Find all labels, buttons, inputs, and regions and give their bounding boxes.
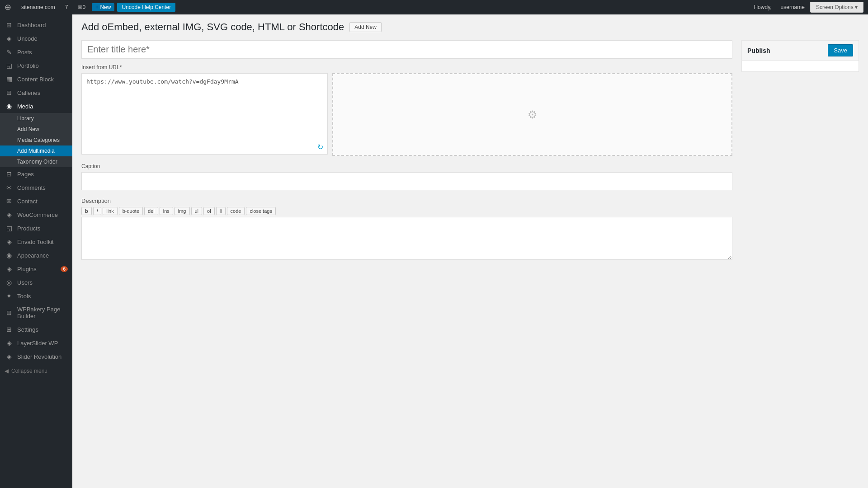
submenu-label-add-new: Add New [17,126,39,132]
collapse-label: Collapse menu [11,368,47,374]
editor-btn-li[interactable]: li [216,207,226,215]
woocommerce-icon: ◈ [5,211,14,218]
sidebar-item-products[interactable]: ◱ Products [0,221,72,235]
content-main: Insert from URL* ↻ ⚙ Caption [81,40,732,261]
envato-icon: ◈ [5,238,14,245]
publish-box-title: Publish [747,47,770,54]
submenu-item-taxonomy-order[interactable]: Taxonomy Order [0,156,72,167]
adminbar-username[interactable]: username [777,0,808,14]
sidebar-label-appearance: Appearance [17,252,68,259]
sidebar-label-users: Users [17,279,68,286]
sidebar-item-pages[interactable]: ⊟ Pages [0,167,72,181]
sidebar-label-dashboard: Dashboard [17,22,68,28]
adminbar-comments[interactable]: ✉ 0 [74,0,89,14]
sidebar-label-pages: Pages [17,171,68,178]
adminbar-site[interactable]: sitename.com [18,0,59,14]
media-icon: ◉ [5,103,14,110]
caption-input[interactable] [81,172,732,190]
content-wrap: ⊞ Dashboard ◈ Uncode ✎ Posts ◱ Portfolio… [0,14,868,488]
sidebar-item-envato[interactable]: ◈ Envato Toolkit [0,235,72,249]
sidebar-item-tools[interactable]: ✦ Tools [0,289,72,303]
add-new-button[interactable]: Add New [349,22,382,32]
sidebar-item-appearance[interactable]: ◉ Appearance [0,249,72,262]
adminbar-updates[interactable]: 7 [61,0,72,14]
editor-btn-i[interactable]: i [93,207,101,215]
page-header: Add oEmbed, external IMG, SVG code, HTML… [81,21,859,33]
portfolio-icon: ◱ [5,62,14,69]
collapse-icon: ◀ [5,368,9,374]
sidebar-item-plugins[interactable]: ◈ Plugins 6 [0,262,72,276]
admin-bar: ⊕ sitename.com 7 ✉ 0 + New Uncode Help C… [0,0,868,14]
main-content: Add oEmbed, external IMG, SVG code, HTML… [72,14,868,488]
uncode-icon: ◈ [5,35,14,42]
content-sidebar: Publish Save [741,40,859,261]
updates-count: 7 [65,4,68,10]
title-input[interactable] [81,40,732,59]
adminbar-new-button[interactable]: + New [92,3,114,11]
sidebar-item-posts[interactable]: ✎ Posts [0,45,72,59]
sidebar-item-settings[interactable]: ⊞ Settings [0,323,72,336]
appearance-icon: ◉ [5,252,14,259]
submenu-item-media-categories[interactable]: Media Categories [0,135,72,145]
submenu-item-library[interactable]: Library [0,113,72,124]
sidebar-item-content-block[interactable]: ▦ Content Block [0,72,72,86]
sidebar-item-uncode[interactable]: ◈ Uncode [0,32,72,45]
url-preview-area: ⚙ [332,73,732,156]
slider-revolution-icon: ◈ [5,353,14,360]
caption-section: Caption [81,163,732,190]
sidebar-item-galleries[interactable]: ⊞ Galleries [0,86,72,99]
submenu-item-add-new[interactable]: Add New [0,124,72,135]
sidebar-label-contact: Contact [17,198,68,205]
submenu-item-add-multimedia[interactable]: Add Multimedia [0,145,72,156]
wp-logo-icon[interactable]: ⊕ [5,2,11,12]
sidebar-label-layerslider: LayerSlider WP [17,340,68,347]
plugins-icon: ◈ [5,265,14,272]
url-textarea-wrap: ↻ [81,73,328,156]
sidebar-item-layerslider[interactable]: ◈ LayerSlider WP [0,336,72,350]
adminbar-howdy: Howdy, [750,0,775,14]
sidebar-item-media[interactable]: ◉ Media [0,99,72,113]
comments-count: 0 [82,4,85,10]
contact-icon: ✉ [5,197,14,205]
galleries-icon: ⊞ [5,89,14,96]
save-button[interactable]: Save [828,44,853,56]
sidebar-item-wpbakery[interactable]: ⊞ WPBakery Page Builder [0,303,72,323]
sidebar-item-woocommerce[interactable]: ◈ WooCommerce [0,208,72,221]
submenu-label-media-categories: Media Categories [17,137,60,143]
editor-btn-img[interactable]: img [175,207,190,215]
description-section: Description b i link b-quote del ins img… [81,197,732,261]
sidebar-label-settings: Settings [17,326,68,333]
editor-btn-bquote[interactable]: b-quote [119,207,143,215]
url-preview-row: ↻ ⚙ [81,73,732,156]
editor-btn-code[interactable]: code [227,207,245,215]
publish-box: Publish Save [741,40,859,72]
insert-url-label: Insert from URL* [81,64,732,70]
collapse-menu-item[interactable]: ◀ Collapse menu [0,363,72,379]
sidebar-item-dashboard[interactable]: ⊞ Dashboard [0,18,72,32]
content-layout: Insert from URL* ↻ ⚙ Caption [81,40,859,261]
sidebar-item-contact[interactable]: ✉ Contact [0,194,72,208]
editor-btn-del[interactable]: del [144,207,158,215]
description-label: Description [81,197,732,204]
description-textarea[interactable] [81,217,732,260]
editor-btn-ul[interactable]: ul [191,207,203,215]
editor-btn-ins[interactable]: ins [160,207,173,215]
refresh-icon[interactable]: ↻ [317,143,323,151]
adminbar-help-button[interactable]: Uncode Help Center [117,3,175,12]
url-textarea[interactable] [81,73,328,155]
editor-btn-ol[interactable]: ol [203,207,215,215]
plugins-badge: 6 [61,266,68,272]
screen-options-button[interactable]: Screen Options ▾ [810,2,863,13]
sidebar-item-portfolio[interactable]: ◱ Portfolio [0,59,72,72]
sidebar-label-content-block: Content Block [17,76,68,83]
submenu-label-add-multimedia: Add Multimedia [17,148,55,154]
editor-btn-close-tags[interactable]: close tags [246,207,276,215]
caption-label: Caption [81,163,732,169]
editor-btn-b[interactable]: b [81,207,92,215]
editor-btn-link[interactable]: link [103,207,118,215]
sidebar-item-users[interactable]: ◎ Users [0,276,72,289]
sidebar-item-slider-revolution[interactable]: ◈ Slider Revolution [0,350,72,363]
sidebar-label-products: Products [17,225,68,232]
sidebar-item-comments[interactable]: ✉ Comments [0,181,72,194]
products-icon: ◱ [5,225,14,232]
